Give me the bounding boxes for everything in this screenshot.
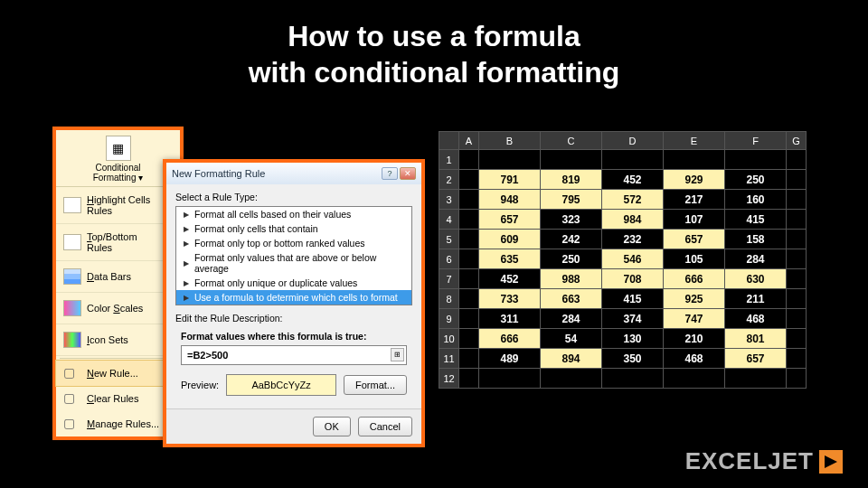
rule-type-option[interactable]: Format only unique or duplicate values (176, 276, 411, 290)
column-header[interactable]: E (664, 132, 725, 150)
cell[interactable] (602, 369, 664, 389)
column-header[interactable]: B (479, 132, 541, 150)
column-header[interactable]: C (541, 132, 602, 150)
cell[interactable]: 546 (602, 249, 664, 269)
cell[interactable]: 250 (725, 170, 787, 190)
cell[interactable]: 468 (725, 309, 787, 329)
spreadsheet-grid[interactable]: ABCDEFG127918194529292503948795572217160… (439, 131, 807, 389)
close-icon[interactable]: ✕ (400, 167, 416, 180)
cell[interactable]: 210 (664, 329, 725, 349)
cell[interactable]: 666 (479, 329, 541, 349)
rule-type-option[interactable]: Format all cells based on their values (176, 207, 411, 221)
cell[interactable]: 284 (541, 309, 602, 329)
cell[interactable] (541, 150, 602, 170)
cell[interactable] (787, 269, 807, 289)
cancel-button[interactable]: Cancel (358, 417, 412, 436)
cell[interactable]: 708 (602, 269, 664, 289)
cell[interactable]: 791 (479, 170, 541, 190)
cell[interactable] (787, 230, 807, 249)
cell[interactable]: 801 (725, 329, 787, 349)
cell[interactable]: 948 (479, 190, 541, 210)
cell[interactable]: 819 (541, 170, 602, 190)
cell[interactable]: 894 (541, 349, 602, 369)
cell[interactable]: 105 (664, 249, 725, 269)
cell[interactable] (459, 249, 479, 269)
cell[interactable]: 323 (541, 210, 602, 230)
cell[interactable]: 929 (664, 170, 725, 190)
cell[interactable]: 663 (541, 289, 602, 309)
rule-type-list[interactable]: Format all cells based on their valuesFo… (175, 206, 412, 305)
corner-cell[interactable] (439, 132, 459, 150)
row-header[interactable]: 4 (439, 210, 459, 230)
cell[interactable]: 130 (602, 329, 664, 349)
cell[interactable] (459, 309, 479, 329)
cell[interactable] (787, 349, 807, 369)
cell[interactable]: 311 (479, 309, 541, 329)
menu-item[interactable]: Highlight Cells Rules▶ (56, 187, 180, 224)
cell[interactable] (787, 329, 807, 349)
cell[interactable]: 635 (479, 249, 541, 269)
cell[interactable] (725, 150, 787, 170)
row-header[interactable]: 2 (439, 170, 459, 190)
rule-type-option[interactable]: Format only cells that contain (176, 221, 411, 236)
menu-item[interactable]: ▢New Rule... (56, 361, 180, 386)
cell[interactable]: 666 (664, 269, 725, 289)
cell[interactable] (787, 309, 807, 329)
cell[interactable] (541, 369, 602, 389)
cell[interactable]: 657 (725, 349, 787, 369)
column-header[interactable]: G (787, 132, 807, 150)
cell[interactable]: 158 (725, 230, 787, 249)
cell[interactable]: 242 (541, 230, 602, 249)
ok-button[interactable]: OK (313, 417, 351, 436)
rule-type-option[interactable]: Format only values that are above or bel… (176, 250, 411, 276)
column-header[interactable]: F (725, 132, 787, 150)
cell[interactable]: 284 (725, 249, 787, 269)
menu-item[interactable]: Top/Bottom Rules▶ (56, 224, 180, 261)
row-header[interactable]: 5 (439, 230, 459, 249)
cell[interactable]: 925 (664, 289, 725, 309)
cell[interactable]: 107 (664, 210, 725, 230)
cell[interactable]: 232 (602, 230, 664, 249)
cell[interactable]: 657 (664, 230, 725, 249)
cell[interactable] (664, 150, 725, 170)
cell[interactable] (787, 150, 807, 170)
cell[interactable]: 572 (602, 190, 664, 210)
cell[interactable] (725, 369, 787, 389)
cell[interactable] (787, 170, 807, 190)
cell[interactable]: 795 (541, 190, 602, 210)
cell[interactable] (459, 349, 479, 369)
formula-input[interactable] (181, 345, 407, 365)
column-header[interactable]: A (459, 132, 479, 150)
cell[interactable]: 489 (479, 349, 541, 369)
cell[interactable] (787, 369, 807, 389)
cell[interactable] (459, 269, 479, 289)
cell[interactable] (664, 369, 725, 389)
help-icon[interactable]: ? (382, 167, 398, 180)
cell[interactable]: 374 (602, 309, 664, 329)
cell[interactable] (787, 190, 807, 210)
cell[interactable]: 988 (541, 269, 602, 289)
cell[interactable] (479, 150, 541, 170)
cell[interactable]: 452 (602, 170, 664, 190)
cell[interactable] (459, 289, 479, 309)
cell[interactable] (459, 170, 479, 190)
menu-item[interactable]: ▢Clear Rules▶ (56, 386, 180, 411)
cell[interactable]: 211 (725, 289, 787, 309)
row-header[interactable]: 8 (439, 289, 459, 309)
row-header[interactable]: 7 (439, 269, 459, 289)
row-header[interactable]: 10 (439, 329, 459, 349)
cell[interactable] (787, 249, 807, 269)
cell[interactable]: 630 (725, 269, 787, 289)
cell[interactable]: 250 (541, 249, 602, 269)
cell[interactable] (459, 210, 479, 230)
row-header[interactable]: 12 (439, 369, 459, 389)
menu-item[interactable]: Icon Sets▶ (56, 324, 180, 356)
cell[interactable]: 415 (602, 289, 664, 309)
cell[interactable]: 747 (664, 309, 725, 329)
row-header[interactable]: 1 (439, 150, 459, 170)
cell[interactable]: 984 (602, 210, 664, 230)
cell[interactable]: 217 (664, 190, 725, 210)
row-header[interactable]: 11 (439, 349, 459, 369)
cell[interactable] (787, 210, 807, 230)
cell[interactable]: 160 (725, 190, 787, 210)
